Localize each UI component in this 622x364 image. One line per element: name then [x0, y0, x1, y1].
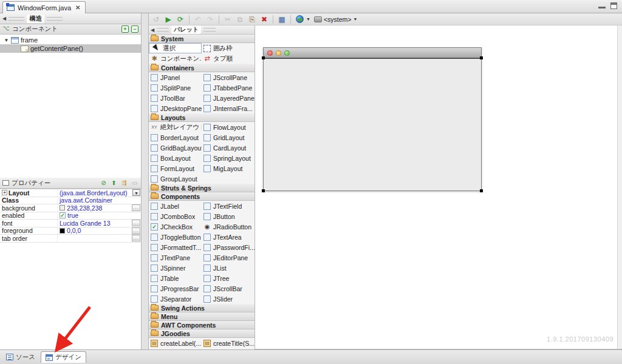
palette-item-formlayout[interactable]: FormLayout [149, 163, 202, 174]
property-value[interactable]: ✓true [58, 212, 131, 219]
enabled-checkbox[interactable]: ✓ [60, 212, 66, 218]
tree-node-getcontentpane[interactable]: getContentPane() [0, 44, 141, 53]
drag-grip[interactable] [47, 17, 63, 21]
preview-window-icon[interactable]: ▦ [276, 14, 287, 24]
property-value[interactable]: java.awt.Container [58, 197, 131, 204]
palette-item-jscrollpane[interactable]: JScrollPane [202, 72, 255, 83]
palette-item-cursor[interactable]: 選択 [149, 43, 202, 53]
collapse-structure-icon[interactable]: ◀ [2, 16, 6, 21]
palette-item-jtabbedpane[interactable]: JTabbedPane [202, 83, 255, 93]
palette-item-marquee[interactable]: 囲み枠 [202, 43, 255, 53]
property-row-tab-order[interactable]: tab order... [0, 235, 141, 243]
selection-handle[interactable] [262, 56, 265, 59]
ellipsis-button[interactable]: ... [132, 228, 140, 234]
property-value[interactable]: (java.awt.BorderLayout) [58, 189, 131, 197]
property-row-layout[interactable]: +Layout(java.awt.BorderLayout)▼ [0, 189, 141, 197]
palette-item-springlayout[interactable]: SpringLayout [202, 153, 255, 163]
expand-all-icon[interactable]: + [121, 25, 129, 33]
drag-grip[interactable] [203, 28, 216, 32]
palette-category-system[interactable]: System [149, 35, 255, 43]
palette-category-struts-springs[interactable]: Struts & Springs [149, 184, 255, 192]
palette-category-components[interactable]: Components [149, 192, 255, 201]
palette-item-jtree[interactable]: JTree [202, 273, 255, 283]
design-preview-window[interactable] [263, 47, 482, 191]
palette-item-jsplitpane[interactable]: JSplitPane [149, 83, 202, 93]
collapse-all-icon[interactable]: − [131, 25, 138, 33]
palette-item-borderlayout[interactable]: BorderLayout [149, 132, 202, 143]
palette-item-jspinner[interactable]: JSpinner [149, 263, 202, 273]
locale-dropdown-icon[interactable]: ▼ [306, 17, 310, 21]
property-row-enabled[interactable]: enabled✓true [0, 212, 141, 220]
show-advanced-properties-icon[interactable]: ⊘ [100, 179, 108, 187]
locale-globe-icon[interactable] [294, 14, 305, 24]
palette-category-layouts[interactable]: Layouts [149, 113, 255, 122]
palette-item-jdesktoppane[interactable]: JDesktopPane [149, 103, 202, 113]
palette-item-jtextfield[interactable]: JTextField [202, 201, 255, 211]
panel-splitter[interactable] [142, 13, 149, 349]
palette-item-jlist[interactable]: JList [202, 263, 255, 273]
close-tab-icon[interactable]: ✕ [75, 4, 80, 11]
palette-item-tab-order[interactable]: ⇄タブ順 [202, 53, 255, 64]
palette-item-jtogglebutton[interactable]: JToggleButton [149, 232, 202, 242]
palette-category-swing-actions[interactable]: Swing Actions [149, 304, 255, 312]
delete-icon[interactable]: ✖ [259, 14, 270, 24]
ellipsis-button[interactable]: ... [132, 220, 140, 226]
dropdown-button[interactable]: ▼ [132, 189, 140, 196]
palette-item-miglayout[interactable]: MigLayout [202, 163, 255, 174]
palette-item-jcheckbox[interactable]: ✓JCheckBox [149, 221, 202, 232]
tab-source[interactable]: ソース [2, 351, 39, 363]
palette-item-cardlayout[interactable]: CardLayout [202, 143, 255, 153]
palette-item-jcombobox[interactable]: JComboBox [149, 211, 202, 221]
palette-item-gridlayout[interactable]: GridLayout [202, 132, 255, 143]
palette-item-jformattedt[interactable]: JFormattedT... [149, 242, 202, 252]
expanded-twisty-icon[interactable]: ▼ [4, 38, 9, 43]
property-row-class[interactable]: Classjava.awt.Container [0, 197, 141, 205]
palette-category-containers[interactable]: Containers [149, 64, 255, 72]
refresh-icon[interactable]: ⟳ [175, 14, 186, 24]
run-test-icon[interactable]: ▶ [163, 14, 174, 24]
palette-item-jpasswordfi[interactable]: JPasswordFi... [202, 242, 255, 252]
drag-grip[interactable] [9, 17, 24, 21]
editor-tab-windowform[interactable]: WindowForm.java ✕ [2, 1, 86, 13]
palette-item-jscrollbar[interactable]: JScrollBar [202, 283, 255, 294]
palette-item-gridbaglayout[interactable]: GridBagLayout [149, 143, 202, 153]
drag-grip[interactable] [157, 28, 169, 32]
maximize-icon[interactable] [610, 2, 617, 9]
expand-property-icon[interactable]: + [2, 190, 7, 195]
show-categories-icon[interactable]: ⇶ [120, 179, 128, 187]
selection-handle[interactable] [480, 56, 483, 59]
tab-design[interactable]: デザイン [41, 351, 86, 363]
look-and-feel-selector[interactable]: <system>▼ [312, 14, 360, 24]
minimize-icon[interactable] [598, 3, 606, 8]
palette-item-jseparator[interactable]: JSeparator [149, 294, 202, 304]
property-row-font[interactable]: fontLucida Grande 13... [0, 220, 141, 228]
property-value[interactable]: 238,238,238 [58, 204, 131, 212]
palette-item-jlayeredpane[interactable]: JLayeredPane [202, 93, 255, 103]
paste-icon[interactable]: ⎘ [247, 14, 258, 24]
ellipsis-button[interactable]: ... [132, 204, 140, 211]
palette-item-jtextpane[interactable]: JTextPane [149, 252, 202, 263]
property-value[interactable]: Lucida Grande 13 [58, 220, 131, 227]
palette-category-awt-components[interactable]: AWT Components [149, 321, 255, 329]
palette-item-jtable[interactable]: JTable [149, 273, 202, 283]
palette-item-jinternalfra[interactable]: JInternalFra... [202, 103, 255, 113]
property-row-background[interactable]: background238,238,238... [0, 204, 141, 212]
palette-item-jslider[interactable]: JSlider [202, 294, 255, 304]
palette-item-jtoolbar[interactable]: JToolBar [149, 93, 202, 103]
palette-item-createtitle-s[interactable]: ▤createTitle(S... [202, 338, 255, 348]
goto-definition-icon[interactable]: ⬆ [110, 179, 118, 187]
palette-item-flowlayout[interactable]: FlowLayout [202, 122, 255, 132]
palette-item-jlabel[interactable]: JLabel [149, 201, 202, 211]
selection-handle[interactable] [480, 189, 483, 192]
palette-item-jpanel[interactable]: JPanel [149, 72, 202, 83]
palette-item-createlabel[interactable]: ▤createLabel(... [149, 338, 202, 348]
palette-item-jtextarea[interactable]: JTextArea [202, 232, 255, 242]
canvas-scrollbar[interactable] [617, 25, 622, 349]
tree-node-frame[interactable]: ▼frame [0, 36, 141, 44]
ellipsis-button[interactable]: ... [132, 235, 140, 241]
palette-category-jgoodies[interactable]: JGoodies [149, 329, 255, 338]
palette-item-boxlayout[interactable]: BoxLayout [149, 153, 202, 163]
content-pane-preview[interactable] [264, 58, 481, 190]
property-value[interactable]: 0,0,0 [58, 227, 131, 234]
palette-item-absolute-layout[interactable]: XY絶対レイアウト [149, 122, 202, 132]
